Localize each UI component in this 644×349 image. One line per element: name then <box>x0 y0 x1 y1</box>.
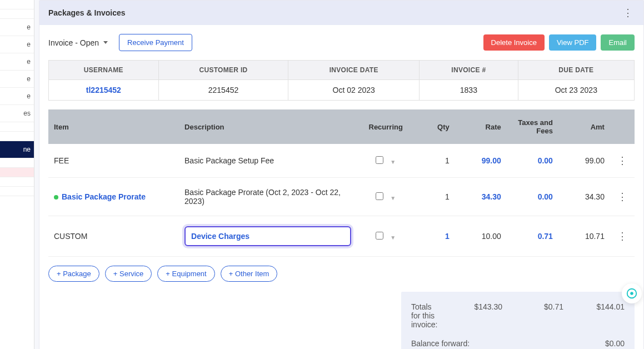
sidebar-item[interactable]: e <box>0 53 34 71</box>
sidebar-item-active[interactable]: ne <box>0 141 34 158</box>
chevron-down-icon[interactable]: ▼ <box>390 235 396 241</box>
chat-icon <box>626 287 638 300</box>
col-amt: Amt <box>558 109 610 144</box>
col-due-date: DUE DATE <box>518 61 634 80</box>
row-kebab-icon[interactable] <box>616 230 629 243</box>
username-link[interactable]: tl2215452 <box>86 86 121 94</box>
main-content: Packages & Invoices Invoice - Open Recei… <box>34 0 644 349</box>
col-taxes: Taxes and Fees <box>507 109 558 144</box>
kebab-icon[interactable] <box>621 6 635 19</box>
balance-forward-label: Balance forward: <box>411 339 580 348</box>
totals-label: Totals for this invoice: <box>411 302 441 329</box>
rate-value: 10.00 <box>482 232 501 241</box>
view-pdf-button[interactable]: View PDF <box>549 34 597 51</box>
invoice-no-value: 1833 <box>420 80 518 101</box>
rate-value[interactable]: 34.30 <box>482 192 501 201</box>
col-invoice-date: INVOICE DATE <box>288 61 420 80</box>
add-buttons-row: + Package + Service + Equipment + Other … <box>39 263 643 292</box>
email-button[interactable]: Email <box>601 34 635 51</box>
sidebar: e e e e e es ne <box>0 0 34 349</box>
delete-invoice-button[interactable]: Delete Invoice <box>483 34 545 51</box>
sidebar-item[interactable] <box>0 132 34 141</box>
recurring-checkbox[interactable] <box>376 192 383 200</box>
sidebar-item[interactable] <box>0 122 34 132</box>
sidebar-item[interactable] <box>0 158 34 168</box>
toolbar: Invoice - Open Receive Payment Delete In… <box>39 25 643 60</box>
invoice-status-dropdown[interactable]: Invoice - Open <box>48 38 108 47</box>
sidebar-item[interactable] <box>0 9 34 19</box>
rate-value[interactable]: 99.00 <box>482 156 501 165</box>
invoice-info-table: USERNAME CUSTOMER ID INVOICE DATE INVOIC… <box>48 60 635 101</box>
line-item-row: Basic Package ProrateBasic Package Prora… <box>48 178 635 216</box>
amount-value: 99.00 <box>558 144 610 178</box>
recurring-checkbox[interactable] <box>376 156 383 164</box>
col-username: USERNAME <box>49 61 159 80</box>
add-package-button[interactable]: + Package <box>48 266 99 282</box>
sidebar-item[interactable] <box>0 0 34 9</box>
total-value: $144.01 <box>580 302 625 329</box>
receive-payment-button[interactable]: Receive Payment <box>119 34 192 51</box>
item-link[interactable]: Basic Package Prorate <box>62 192 146 201</box>
description-text: Basic Package Setup Fee <box>179 144 357 178</box>
svg-point-1 <box>630 292 633 295</box>
sidebar-item[interactable]: e <box>0 19 34 36</box>
panel-header: Packages & Invoices <box>39 1 643 25</box>
line-items-table: Item Description Recurring Qty Rate Taxe… <box>48 109 635 257</box>
packages-invoices-panel: Packages & Invoices Invoice - Open Recei… <box>39 0 644 349</box>
panel-title: Packages & Invoices <box>48 8 126 17</box>
invoice-date-value: Oct 02 2023 <box>288 80 420 101</box>
amount-value: 10.71 <box>558 216 610 257</box>
sidebar-item[interactable]: es <box>0 105 34 122</box>
add-service-button[interactable]: + Service <box>105 266 152 282</box>
chevron-down-icon[interactable]: ▼ <box>390 159 396 165</box>
customer-id-value: 2215452 <box>158 80 288 101</box>
qty-value: 1 <box>445 192 450 201</box>
sidebar-item[interactable]: e <box>0 36 34 53</box>
line-item-row: FEEBasic Package Setup Fee▼199.000.0099.… <box>48 144 635 178</box>
col-qty: Qty <box>415 109 455 144</box>
col-rate: Rate <box>455 109 507 144</box>
sidebar-item[interactable] <box>0 177 34 187</box>
item-label: FEE <box>48 144 179 178</box>
col-recurring: Recurring <box>357 109 415 144</box>
due-date-value: Oct 23 2023 <box>518 80 634 101</box>
tax-value: $0.71 <box>519 302 563 329</box>
balance-forward-value: $0.00 <box>580 339 625 348</box>
status-dot-icon <box>54 195 58 200</box>
recurring-checkbox[interactable] <box>376 232 383 240</box>
chat-fab[interactable] <box>622 283 642 303</box>
add-equipment-button[interactable]: + Equipment <box>157 266 214 282</box>
taxes-value[interactable]: 0.00 <box>538 192 553 201</box>
amount-value: 34.30 <box>558 178 610 216</box>
col-invoice-no: INVOICE # <box>420 61 518 80</box>
subtotal-value: $143.30 <box>458 302 502 329</box>
row-kebab-icon[interactable] <box>616 190 629 203</box>
line-item-row: CUSTOM▼110.000.7110.71 <box>48 216 635 257</box>
sidebar-item[interactable] <box>0 187 34 196</box>
col-customer-id: CUSTOMER ID <box>158 61 288 80</box>
qty-value: 1 <box>445 156 450 165</box>
description-text: Basic Package Prorate (Oct 2, 2023 - Oct… <box>179 178 357 216</box>
col-description: Description <box>179 109 357 144</box>
taxes-value[interactable]: 0.00 <box>538 156 553 165</box>
qty-value[interactable]: 1 <box>445 232 450 241</box>
sidebar-item[interactable] <box>0 168 34 177</box>
taxes-value[interactable]: 0.71 <box>538 232 553 241</box>
row-kebab-icon[interactable] <box>616 154 629 167</box>
col-item: Item <box>48 109 179 144</box>
sidebar-item[interactable]: e <box>0 71 34 88</box>
description-input[interactable] <box>184 226 351 246</box>
sidebar-item[interactable]: e <box>0 88 34 105</box>
add-other-item-button[interactable]: + Other Item <box>221 266 278 282</box>
item-label: CUSTOM <box>48 216 179 257</box>
chevron-down-icon[interactable]: ▼ <box>390 195 396 201</box>
totals-box: Totals for this invoice: $143.30 $0.71 $… <box>401 292 635 349</box>
